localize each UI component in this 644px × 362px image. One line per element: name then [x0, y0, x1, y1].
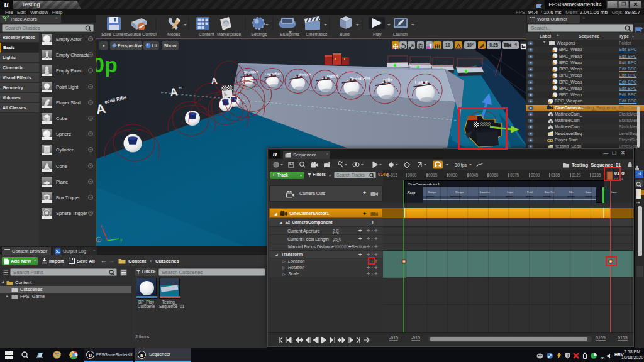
svg-text:Content: Content — [199, 32, 214, 36]
svg-text:y: y — [120, 238, 123, 243]
svg-text:Blueprints: Blueprints — [280, 32, 300, 37]
svg-text:Build: Build — [340, 32, 350, 36]
svg-text:A: A — [211, 75, 218, 86]
svg-text:Source Control: Source Control — [127, 32, 157, 36]
svg-text:Settings: Settings — [251, 32, 267, 37]
svg-text:Save Current: Save Current — [101, 32, 127, 36]
svg-text:Cinematics: Cinematics — [306, 32, 328, 36]
svg-text:Modes: Modes — [167, 32, 181, 36]
svg-text:A: A — [169, 85, 179, 99]
svg-text:Launch: Launch — [393, 32, 408, 36]
svg-text:Marketplace: Marketplace — [217, 32, 241, 37]
svg-text:0p: 0p — [96, 53, 118, 77]
svg-text:30 fps: 30 fps — [455, 163, 467, 168]
svg-text:x: x — [100, 224, 103, 228]
svg-text:er: er — [179, 85, 182, 89]
svg-text:Play: Play — [373, 32, 382, 37]
